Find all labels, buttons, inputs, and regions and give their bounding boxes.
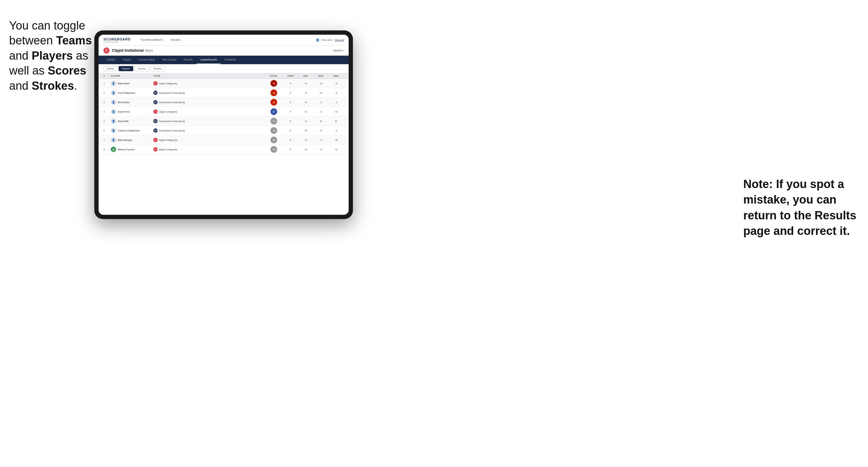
tab-leaderboards[interactable]: Leaderboards xyxy=(196,56,221,64)
player-name-7: 👤 Blair McHarg xyxy=(111,137,153,143)
col-rd3: RD3 xyxy=(329,74,344,77)
thru-8: F xyxy=(283,148,298,151)
rank-6: 6 xyxy=(103,129,111,132)
team-logo-2: SU xyxy=(153,91,158,95)
player-name-3: 👤 Rich Butler xyxy=(111,99,153,105)
player-name-4: 👤 David Ford xyxy=(111,109,153,115)
nav-teams[interactable]: TEAMS xyxy=(167,35,184,45)
sign-out-link[interactable]: Sign out xyxy=(335,39,344,41)
tab-course-setup[interactable]: Course Setup xyxy=(134,56,158,64)
team-logo-5: SU xyxy=(153,119,158,123)
bold-strokes: Strokes xyxy=(32,80,74,92)
col-player: PLAYER xyxy=(111,74,153,77)
team-1: C Clippd College [A] xyxy=(153,81,202,86)
user-name: Test User | xyxy=(321,39,333,41)
sub-tab-players[interactable]: Players xyxy=(119,66,133,71)
table-row: 2 👤 Chris Robertson SU Scoreboard Univer… xyxy=(99,88,349,98)
logo-sub-text: Powered by clippd xyxy=(103,41,130,43)
team-5: SU Scoreboard University [A] xyxy=(153,119,202,123)
rd1-7: +2 xyxy=(298,139,313,142)
ipad-device: SCOREBOARD Powered by clippd TOURNAMENTS… xyxy=(94,30,353,219)
tournament-subtitle: (Men) xyxy=(145,49,153,52)
scoreboard-logo: SCOREBOARD Powered by clippd xyxy=(103,37,130,43)
bold-teams: Teams xyxy=(56,34,92,47)
rd1-8: +2 xyxy=(298,148,313,151)
table-row: 1 👤 Elliot Ebert C Clippd College [A] -8… xyxy=(99,79,349,88)
rank-5: 5 xyxy=(103,120,111,123)
col-rd1: RD1 xyxy=(298,74,313,77)
logo-main-text: SCOREBOARD xyxy=(103,37,130,41)
team-3: SU Scoreboard University [A] xyxy=(153,100,202,104)
total-4: E xyxy=(265,108,283,115)
score-badge-2: -4 xyxy=(271,89,277,96)
leaderboard-table: # PLAYER TEAM TOTAL THRU RD1 RD2 RD3 1 👤… xyxy=(99,73,349,215)
tab-details[interactable]: Details xyxy=(103,56,119,64)
total-6: +6 xyxy=(265,127,283,134)
rank-7: 7 xyxy=(103,139,111,142)
sub-tab-scores[interactable]: Scores xyxy=(134,66,149,71)
nav-tournaments[interactable]: TOURNAMENTS xyxy=(136,35,167,45)
table-header: # PLAYER TEAM TOTAL THRU RD1 RD2 RD3 xyxy=(99,73,349,79)
team-logo-7: C xyxy=(153,138,158,142)
rd2-7: +1 xyxy=(313,139,329,142)
score-badge-8: +11 xyxy=(271,146,277,153)
rd3-2: -4 xyxy=(329,92,344,94)
thru-2: F xyxy=(283,92,298,94)
team-8: C Clippd College [A] xyxy=(153,147,202,152)
rank-4: 4 xyxy=(103,111,111,113)
tab-printables[interactable]: Printables xyxy=(221,56,240,64)
rd3-6: -1 xyxy=(329,129,344,132)
cancel-button[interactable]: Cancel × xyxy=(333,49,344,52)
tab-bar: Details Teams Course Setup Tee Groups Re… xyxy=(99,56,349,64)
avatar-7: 👤 xyxy=(111,137,116,143)
total-8: +11 xyxy=(265,146,283,153)
thru-6: F xyxy=(283,129,298,132)
app-navbar: SCOREBOARD Powered by clippd TOURNAMENTS… xyxy=(99,35,349,45)
player-name-5: 👤 Rees Britt xyxy=(111,118,153,124)
nav-user: 👤 Test User | Sign out xyxy=(315,38,344,42)
rank-8: 8 xyxy=(103,148,111,151)
score-badge-4: E xyxy=(271,108,277,115)
thru-4: F xyxy=(283,111,298,113)
table-row: 5 👤 Rees Britt SU Scoreboard University … xyxy=(99,117,349,126)
col-total: TOTAL xyxy=(265,74,283,77)
bold-scores: Scores xyxy=(48,64,86,77)
rd2-5: E xyxy=(313,120,329,123)
tab-tee-groups[interactable]: Tee Groups xyxy=(158,56,180,64)
team-7: C Clippd College [A] xyxy=(153,138,202,142)
avatar-5: 👤 xyxy=(111,118,116,124)
thru-3: F xyxy=(283,101,298,104)
tab-results[interactable]: Results xyxy=(180,56,196,64)
tab-teams[interactable]: Teams xyxy=(119,56,135,64)
team-logo-4: C xyxy=(153,110,158,114)
tournament-logo: C xyxy=(103,48,110,54)
rd1-6: +5 xyxy=(298,129,313,132)
table-row: 4 👤 David Ford C Clippd College [A] E F … xyxy=(99,107,349,117)
user-icon: 👤 xyxy=(315,38,320,42)
table-row: 7 👤 Blair McHarg C Clippd College [A] +6… xyxy=(99,135,349,145)
rd2-3: -2 xyxy=(313,101,329,104)
sub-tab-strokes[interactable]: Strokes xyxy=(150,66,165,71)
col-team: TEAM xyxy=(153,74,202,77)
col-spacer xyxy=(202,74,265,77)
score-badge-5: +1 xyxy=(271,118,277,124)
avatar-2: 👤 xyxy=(111,90,116,96)
tournament-header: C Clippd Invitational (Men) Cancel × xyxy=(99,45,349,56)
team-6: SU Scoreboard University [A] xyxy=(153,128,202,133)
player-name-2: 👤 Chris Robertson xyxy=(111,90,153,96)
sub-tab-teams[interactable]: Teams xyxy=(103,66,118,71)
avatar-1: 👤 xyxy=(111,81,116,86)
col-rank: # xyxy=(103,74,111,77)
rd3-3: -1 xyxy=(329,101,344,104)
rank-1: 1 xyxy=(103,82,111,85)
avatar-3: 👤 xyxy=(111,99,116,105)
nav-items: TOURNAMENTS TEAMS xyxy=(136,35,315,45)
rd3-8: +2 xyxy=(329,148,344,151)
col-thru: THRU xyxy=(283,74,298,77)
rank-2: 2 xyxy=(103,92,111,94)
avatar-8: MT xyxy=(111,147,116,152)
rd3-7: +6 xyxy=(329,139,344,142)
team-logo-1: C xyxy=(153,81,158,86)
rd1-2: -5 xyxy=(298,92,313,94)
total-2: -4 xyxy=(265,89,283,96)
